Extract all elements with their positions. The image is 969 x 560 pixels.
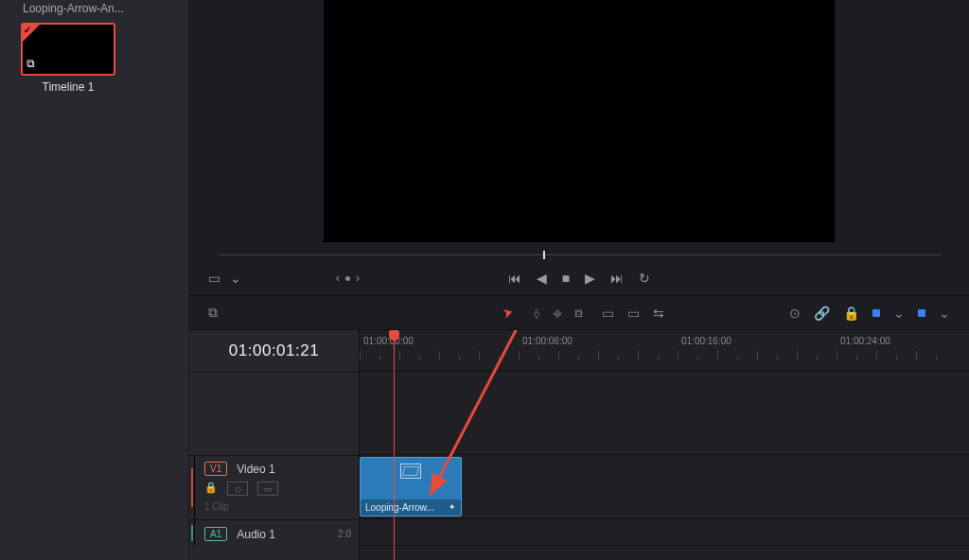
bin-item-timeline[interactable]: ⧉ Timeline 1 [21, 23, 115, 94]
track-visible-toggle[interactable]: ▭ [257, 481, 278, 496]
viewer-area [189, 0, 969, 248]
clip-fx-badge: ✦ [449, 502, 456, 513]
flag-dropdown-icon[interactable]: ⌄ [893, 306, 905, 321]
snap-icon[interactable]: ⊙ [789, 306, 801, 321]
timeline-timecode[interactable]: 01:00:01:21 [189, 330, 359, 372]
crop-dropdown-icon[interactable]: ⌄ [230, 271, 241, 286]
crop-icon[interactable]: ▭ [208, 271, 220, 286]
main-pane: ▭ ⌄ ‹ › ⏮ ◀ ■ ▶ ⏭ ↻ ⧉ [189, 0, 969, 560]
timeline: 01:00:01:21 V1 Video 1 🔒 ◇ ▭ [189, 329, 969, 560]
bin-filename: Looping-Arrow-An... [11, 0, 177, 21]
timeline-clip[interactable]: Looping-Arrow... ✦ [360, 457, 462, 516]
bin-item-label: Timeline 1 [21, 80, 115, 94]
timeline-body-spacer[interactable] [360, 372, 969, 455]
audio-track-name[interactable]: Audio 1 [237, 528, 275, 541]
audio-track-header: A1 Audio 1 2.0 [189, 519, 359, 546]
blade-tool-icon[interactable]: ⎀ [533, 306, 540, 321]
lock-icon[interactable]: 🔒 [843, 306, 859, 321]
video-track-header: V1 Video 1 🔒 ◇ ▭ 1 Clip [189, 455, 359, 519]
video-track-lane[interactable]: Looping-Arrow... ✦ [360, 455, 969, 519]
timeline-ruler[interactable]: 01:00:00:00 01:00:08:00 01:00:16:00 01:0… [360, 330, 969, 372]
video-clip-count: 1 Clip [204, 501, 351, 512]
audio-track-lane[interactable] [360, 519, 969, 546]
playhead[interactable] [394, 330, 395, 560]
ruler-tick: 01:00:08:00 [522, 336, 573, 346]
go-start-button[interactable]: ⏮ [508, 271, 521, 286]
insert-tool-icon[interactable]: ⎆ [554, 306, 561, 321]
marker-icon[interactable] [918, 309, 925, 317]
match-frame-controls[interactable]: ‹ › [336, 271, 360, 285]
chevron-left-icon[interactable]: ‹ [336, 271, 340, 285]
clip-thumb-icon [400, 464, 421, 479]
timeline-header-column: 01:00:01:21 V1 Video 1 🔒 ◇ ▭ [189, 330, 360, 560]
audio-db-value[interactable]: 2.0 [338, 529, 351, 539]
scrub-cursor[interactable] [543, 251, 545, 259]
stop-button[interactable]: ■ [562, 271, 570, 286]
link-icon[interactable]: 🔗 [814, 306, 830, 321]
timeline-body: 01:00:00:00 01:00:08:00 01:00:16:00 01:0… [360, 330, 969, 560]
loop-button[interactable]: ↻ [639, 271, 650, 286]
marker-dropdown-icon[interactable]: ⌄ [939, 306, 950, 321]
play-button[interactable]: ▶ [585, 271, 595, 286]
audio-track-tag[interactable]: A1 [204, 527, 227, 541]
flag-marker-icon[interactable] [872, 309, 880, 317]
timeline-head-spacer [189, 372, 359, 455]
viewer-scrub-bar[interactable] [189, 248, 969, 261]
transport-bar: ▭ ⌄ ‹ › ⏮ ◀ ■ ▶ ⏭ ↻ [189, 261, 969, 295]
track-lock-icon[interactable]: 🔒 [204, 481, 218, 496]
ruler-tick: 01:00:16:00 [681, 336, 731, 346]
match-dot-icon [345, 276, 350, 281]
selection-tool-icon[interactable]: ➤ [501, 303, 515, 323]
timeline-type-icon: ⧉ [26, 57, 35, 70]
video-track-tag[interactable]: V1 [204, 462, 227, 476]
auto-select-toggle[interactable]: ◇ [227, 481, 248, 496]
fit-clip-icon[interactable]: ▭ [627, 306, 640, 321]
timeline-view-icon[interactable]: ⧉ [208, 305, 218, 321]
ruler-tick: 01:00:00:00 [363, 336, 414, 346]
replace-clip-icon[interactable]: ▭ [602, 306, 614, 321]
append-tool-icon[interactable]: ⧈ [574, 305, 583, 321]
ripple-icon[interactable]: ⇆ [653, 306, 664, 321]
media-pool-sidebar: Looping-Arrow-An... ⧉ Timeline 1 [0, 0, 189, 560]
ruler-tick: 01:00:24:00 [840, 336, 890, 346]
bin-thumbnail[interactable]: ⧉ [21, 23, 115, 76]
playhead-cap-icon[interactable] [389, 330, 399, 341]
clip-label: Looping-Arrow... [365, 502, 434, 513]
viewer-canvas[interactable] [324, 0, 835, 242]
play-reverse-button[interactable]: ◀ [537, 271, 547, 286]
video-track-name[interactable]: Video 1 [237, 463, 274, 476]
go-end-button[interactable]: ⏭ [610, 271, 624, 286]
timeline-toolbar: ⧉ ➤ ⎀ ⎆ ⧈ ▭ ▭ ⇆ ⊙ 🔗 🔒 ⌄ ⌄ [189, 295, 969, 329]
in-use-badge [23, 25, 40, 42]
